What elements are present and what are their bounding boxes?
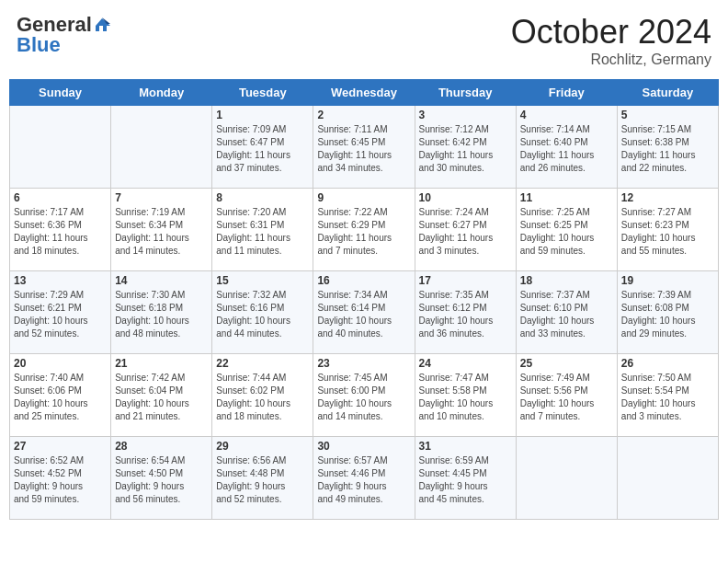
day-number: 7 [115, 191, 208, 204]
day-info: Sunrise: 6:54 AM Sunset: 4:50 PM Dayligh… [115, 454, 208, 506]
day-info: Sunrise: 7:15 AM Sunset: 6:38 PM Dayligh… [621, 123, 714, 175]
day-header-sunday: Sunday [10, 80, 111, 106]
day-info: Sunrise: 7:34 AM Sunset: 6:14 PM Dayligh… [317, 289, 410, 340]
day-info: Sunrise: 7:40 AM Sunset: 6:06 PM Dayligh… [14, 372, 107, 423]
day-info: Sunrise: 7:14 AM Sunset: 6:40 PM Dayligh… [520, 123, 613, 175]
day-number: 1 [216, 109, 309, 121]
day-number: 19 [621, 274, 714, 287]
calendar-cell: 24Sunrise: 7:47 AM Sunset: 5:58 PM Dayli… [415, 354, 516, 437]
logo-bird-icon [94, 17, 110, 33]
day-number: 5 [621, 109, 714, 121]
calendar-cell: 12Sunrise: 7:27 AM Sunset: 6:23 PM Dayli… [617, 189, 718, 271]
calendar-cell: 3Sunrise: 7:12 AM Sunset: 6:42 PM Daylig… [415, 106, 516, 189]
title-area: October 2024 Rochlitz, Germany [511, 13, 711, 68]
day-info: Sunrise: 7:12 AM Sunset: 6:42 PM Dayligh… [419, 123, 512, 175]
calendar-cell: 22Sunrise: 7:44 AM Sunset: 6:02 PM Dayli… [212, 354, 313, 437]
calendar-cell: 30Sunrise: 6:57 AM Sunset: 4:46 PM Dayli… [313, 437, 415, 520]
calendar-cell: 25Sunrise: 7:49 AM Sunset: 5:56 PM Dayli… [516, 354, 617, 437]
calendar-cell: 19Sunrise: 7:39 AM Sunset: 6:08 PM Dayli… [617, 271, 718, 354]
calendar-cell: 16Sunrise: 7:34 AM Sunset: 6:14 PM Dayli… [313, 271, 415, 354]
day-number: 11 [520, 191, 613, 204]
calendar-cell: 13Sunrise: 7:29 AM Sunset: 6:21 PM Dayli… [10, 271, 111, 354]
day-info: Sunrise: 7:22 AM Sunset: 6:29 PM Dayligh… [317, 206, 410, 258]
day-number: 23 [317, 357, 410, 370]
calendar-cell: 27Sunrise: 6:52 AM Sunset: 4:52 PM Dayli… [10, 437, 111, 520]
day-info: Sunrise: 7:19 AM Sunset: 6:34 PM Dayligh… [115, 206, 208, 258]
day-info: Sunrise: 7:27 AM Sunset: 6:23 PM Dayligh… [621, 206, 714, 258]
logo-blue: Blue [17, 33, 61, 57]
calendar-cell: 28Sunrise: 6:54 AM Sunset: 4:50 PM Dayli… [111, 437, 212, 520]
day-number: 26 [621, 357, 714, 370]
month-title: October 2024 [511, 13, 711, 52]
calendar-cell: 10Sunrise: 7:24 AM Sunset: 6:27 PM Dayli… [415, 189, 516, 271]
day-number: 27 [14, 440, 107, 453]
day-info: Sunrise: 7:25 AM Sunset: 6:25 PM Dayligh… [520, 206, 613, 258]
day-number: 17 [419, 274, 512, 287]
day-number: 24 [419, 357, 512, 370]
page-header: General Blue October 2024 Rochlitz, Germ… [9, 9, 719, 72]
day-header-friday: Friday [516, 80, 617, 106]
calendar-cell: 4Sunrise: 7:14 AM Sunset: 6:40 PM Daylig… [516, 106, 617, 189]
day-info: Sunrise: 7:20 AM Sunset: 6:31 PM Dayligh… [216, 206, 309, 258]
calendar-cell: 6Sunrise: 7:17 AM Sunset: 6:36 PM Daylig… [10, 189, 111, 271]
day-number: 31 [419, 440, 512, 453]
day-number: 2 [317, 109, 410, 121]
day-header-tuesday: Tuesday [212, 80, 313, 106]
calendar-cell: 1Sunrise: 7:09 AM Sunset: 6:47 PM Daylig… [212, 106, 313, 189]
calendar-week-row: 6Sunrise: 7:17 AM Sunset: 6:36 PM Daylig… [10, 189, 719, 271]
day-info: Sunrise: 7:29 AM Sunset: 6:21 PM Dayligh… [14, 289, 107, 340]
day-header-wednesday: Wednesday [313, 80, 415, 106]
calendar-week-row: 1Sunrise: 7:09 AM Sunset: 6:47 PM Daylig… [10, 106, 719, 189]
day-number: 14 [115, 274, 208, 287]
day-info: Sunrise: 7:49 AM Sunset: 5:56 PM Dayligh… [520, 372, 613, 423]
day-info: Sunrise: 7:39 AM Sunset: 6:08 PM Dayligh… [621, 289, 714, 340]
calendar-cell [10, 106, 111, 189]
calendar-cell: 15Sunrise: 7:32 AM Sunset: 6:16 PM Dayli… [212, 271, 313, 354]
calendar-week-row: 27Sunrise: 6:52 AM Sunset: 4:52 PM Dayli… [10, 437, 719, 520]
day-info: Sunrise: 7:42 AM Sunset: 6:04 PM Dayligh… [115, 372, 208, 423]
day-info: Sunrise: 6:52 AM Sunset: 4:52 PM Dayligh… [14, 454, 107, 506]
day-header-saturday: Saturday [617, 80, 718, 106]
day-number: 4 [520, 109, 613, 121]
calendar-cell: 11Sunrise: 7:25 AM Sunset: 6:25 PM Dayli… [516, 189, 617, 271]
day-info: Sunrise: 7:17 AM Sunset: 6:36 PM Dayligh… [14, 206, 107, 258]
calendar-week-row: 13Sunrise: 7:29 AM Sunset: 6:21 PM Dayli… [10, 271, 719, 354]
day-number: 18 [520, 274, 613, 287]
day-number: 10 [419, 191, 512, 204]
calendar-cell: 23Sunrise: 7:45 AM Sunset: 6:00 PM Dayli… [313, 354, 415, 437]
calendar-week-row: 20Sunrise: 7:40 AM Sunset: 6:06 PM Dayli… [10, 354, 719, 437]
logo: General Blue [17, 13, 110, 57]
day-number: 25 [520, 357, 613, 370]
calendar-cell: 8Sunrise: 7:20 AM Sunset: 6:31 PM Daylig… [212, 189, 313, 271]
day-info: Sunrise: 7:32 AM Sunset: 6:16 PM Dayligh… [216, 289, 309, 340]
day-info: Sunrise: 6:57 AM Sunset: 4:46 PM Dayligh… [317, 454, 410, 506]
day-number: 9 [317, 191, 410, 204]
day-number: 22 [216, 357, 309, 370]
day-number: 15 [216, 274, 309, 287]
day-info: Sunrise: 7:30 AM Sunset: 6:18 PM Dayligh… [115, 289, 208, 340]
calendar-cell: 14Sunrise: 7:30 AM Sunset: 6:18 PM Dayli… [111, 271, 212, 354]
day-number: 21 [115, 357, 208, 370]
day-number: 6 [14, 191, 107, 204]
calendar-cell: 20Sunrise: 7:40 AM Sunset: 6:06 PM Dayli… [10, 354, 111, 437]
day-header-monday: Monday [111, 80, 212, 106]
calendar-cell: 9Sunrise: 7:22 AM Sunset: 6:29 PM Daylig… [313, 189, 415, 271]
calendar-cell: 18Sunrise: 7:37 AM Sunset: 6:10 PM Dayli… [516, 271, 617, 354]
day-number: 28 [115, 440, 208, 453]
calendar-cell: 21Sunrise: 7:42 AM Sunset: 6:04 PM Dayli… [111, 354, 212, 437]
calendar-cell: 29Sunrise: 6:56 AM Sunset: 4:48 PM Dayli… [212, 437, 313, 520]
day-number: 16 [317, 274, 410, 287]
calendar-cell: 5Sunrise: 7:15 AM Sunset: 6:38 PM Daylig… [617, 106, 718, 189]
calendar-cell: 7Sunrise: 7:19 AM Sunset: 6:34 PM Daylig… [111, 189, 212, 271]
day-info: Sunrise: 7:09 AM Sunset: 6:47 PM Dayligh… [216, 123, 309, 175]
day-header-thursday: Thursday [415, 80, 516, 106]
day-info: Sunrise: 7:37 AM Sunset: 6:10 PM Dayligh… [520, 289, 613, 340]
calendar-cell: 17Sunrise: 7:35 AM Sunset: 6:12 PM Dayli… [415, 271, 516, 354]
day-info: Sunrise: 7:47 AM Sunset: 5:58 PM Dayligh… [419, 372, 512, 423]
calendar-cell [516, 437, 617, 520]
calendar-header-row: SundayMondayTuesdayWednesdayThursdayFrid… [10, 80, 719, 106]
day-info: Sunrise: 7:44 AM Sunset: 6:02 PM Dayligh… [216, 372, 309, 423]
calendar-cell [617, 437, 718, 520]
day-number: 29 [216, 440, 309, 453]
day-number: 30 [317, 440, 410, 453]
